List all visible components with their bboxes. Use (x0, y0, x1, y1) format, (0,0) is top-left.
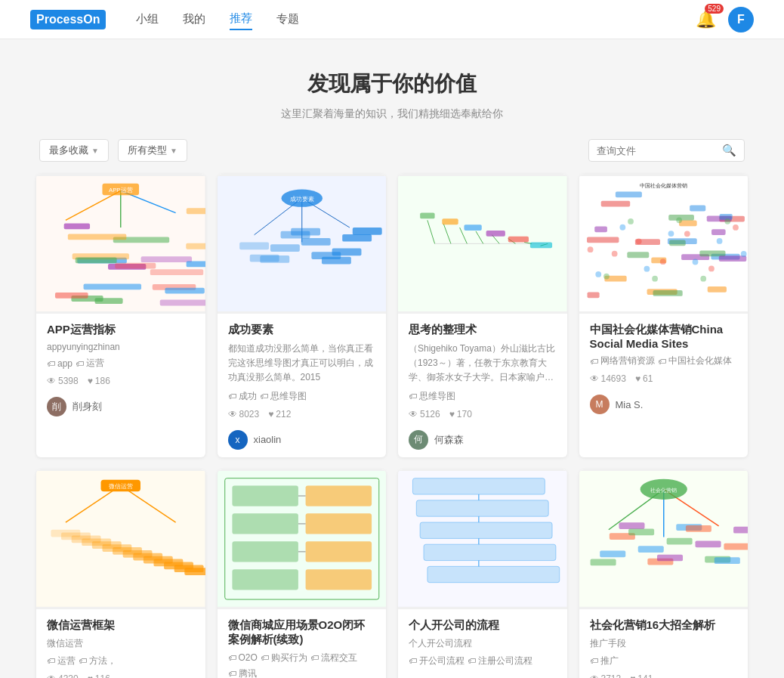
svg-rect-9 (160, 299, 205, 305)
tag-icon: 🏷 (658, 357, 666, 366)
card-author: appyunyingzhinan (47, 342, 195, 352)
nav-item-mine[interactable]: 我的 (183, 9, 205, 29)
svg-rect-134 (305, 541, 371, 562)
svg-point-92 (628, 218, 634, 224)
svg-text:微信运营: 微信运营 (109, 483, 133, 490)
svg-point-95 (652, 275, 658, 281)
card-footer: 削 削身刻 (47, 392, 195, 416)
view-count: 👁 4330 (47, 673, 79, 678)
svg-rect-55 (442, 218, 458, 224)
svg-rect-135 (305, 569, 371, 590)
svg-rect-43 (352, 228, 381, 235)
svg-rect-165 (685, 525, 711, 532)
svg-point-99 (684, 231, 690, 237)
svg-point-87 (587, 246, 593, 252)
svg-rect-64 (627, 252, 649, 258)
card-author: 微信运营 (47, 637, 195, 650)
card-footer: 何 何森森 (409, 426, 557, 450)
card-stats: 👁 5398 ♥ 186 (47, 376, 195, 386)
tag-icon: 🏷 (409, 656, 417, 665)
svg-rect-130 (232, 541, 298, 562)
card-body: 成功要素 都知道成功没那么简单，当你真正看完这张思维导图才真正可以明白，成功真没… (218, 314, 387, 457)
tag-icon: 🏷 (590, 656, 598, 665)
tag-icon: 🏷 (47, 656, 55, 665)
card-title: 微信运营框架 (47, 618, 195, 633)
card-stats: 👁 5126 ♥ 170 (409, 409, 557, 419)
svg-point-102 (708, 265, 715, 271)
type-filter[interactable]: 所有类型 ▼ (118, 139, 187, 162)
sort-filter[interactable]: 最多收藏 ▼ (39, 139, 109, 162)
filter-group: 最多收藏 ▼ 所有类型 ▼ (39, 139, 187, 162)
svg-rect-38 (301, 238, 330, 246)
svg-rect-144 (427, 566, 560, 582)
heart-icon: ♥ (630, 673, 635, 678)
svg-rect-34 (260, 255, 289, 263)
card-tag: 🏷 注册公司流程 (468, 655, 532, 667)
tag-icon: 🏷 (79, 656, 87, 665)
svg-rect-19 (64, 223, 90, 229)
user-avatar[interactable]: F (728, 7, 754, 33)
svg-rect-42 (342, 234, 372, 241)
card-thumbnail: 微信运营 (36, 469, 205, 609)
notification-button[interactable]: 🔔 529 (696, 10, 716, 29)
type-arrow-icon: ▼ (170, 147, 177, 155)
card-author: 个人开公司流程 (409, 637, 557, 650)
card-tag: 🏷 思维导图 (260, 390, 307, 403)
tag-icon: 🏷 (468, 656, 476, 665)
card-stats: 👁 3712 ♥ 141 (590, 673, 738, 678)
card-title: 思考的整理术 (409, 323, 557, 337)
card-tag: 🏷 运营 (76, 357, 104, 370)
card-desc: （Shigehiko Toyama）外山滋比古比（1923～）著，任教于东京教育… (409, 342, 557, 385)
tag-icon: 🏷 (228, 392, 236, 401)
card-7[interactable]: 个人开公司的流程 个人开公司流程 🏷 开公司流程 🏷 注册公司流程 (398, 469, 567, 678)
card-desc: 都知道成功没那么简单，当你真正看完这张思维导图才真正可以明白，成功真没那么简单。… (228, 342, 376, 385)
svg-rect-160 (637, 546, 663, 553)
tag-icon: 🏷 (260, 392, 268, 401)
card-3[interactable]: 思考的整理术 （Shigehiko Toyama）外山滋比古比（1923～）著，… (398, 174, 567, 457)
svg-rect-22 (76, 257, 117, 263)
card-body: 中国社会化媒体营销China Social Media Sites 🏷 网络营销… (579, 314, 749, 422)
hero-section: 发现属于你的价值 这里汇聚着海量的知识，我们精挑细选奉献给你 (0, 39, 784, 139)
card-2[interactable]: 成功要素 成功要素 都知道成功没那么简单，当你真正看完这张思维导图才真正可以明白… (218, 174, 387, 457)
sort-arrow-icon: ▼ (91, 147, 99, 155)
card-thumbnail (218, 469, 387, 609)
nav-item-topic[interactable]: 专题 (276, 9, 299, 29)
eye-icon: 👁 (47, 673, 56, 678)
nav-item-group[interactable]: 小组 (136, 9, 159, 29)
svg-rect-132 (305, 486, 371, 506)
svg-text:社会化营销: 社会化营销 (650, 488, 677, 493)
card-tag: 🏷 购买行为 (261, 652, 307, 664)
card-1[interactable]: APP运营 APP运营指标 appyunyingzhinan 🏷 app 🏷 运… (36, 174, 205, 457)
logo[interactable]: ProcessOn (30, 10, 106, 29)
card-username: 何森森 (434, 433, 464, 447)
card-5[interactable]: 微信运营 微信运营框架 微信运营 🏷 运营 🏷 方法， 👁 4330 ♥ 116… (36, 469, 205, 678)
card-tag: 🏷 腾讯 (228, 667, 257, 678)
sort-label: 最多收藏 (49, 144, 88, 157)
svg-rect-128 (232, 486, 298, 506)
svg-text:中国社会化媒体营销: 中国社会化媒体营销 (640, 182, 687, 188)
card-tag: 🏷 流程交互 (310, 652, 357, 664)
svg-rect-143 (424, 544, 556, 560)
svg-rect-162 (657, 555, 683, 562)
card-tags: 🏷 O2O 🏷 购买行为 🏷 流程交互 🏷 腾讯 (228, 652, 376, 678)
card-4[interactable]: 中国社会化媒体营销 中国社会化媒体营销China Social Media Si… (579, 174, 749, 457)
svg-point-104 (724, 218, 730, 224)
svg-point-91 (619, 224, 625, 230)
card-tag: 🏷 中国社会化媒体 (658, 354, 732, 367)
card-6[interactable]: 微信商城应用场景O2O闭环案例解析(续致) 🏷 O2O 🏷 购买行为 🏷 流程交… (218, 469, 387, 678)
nav-item-recommend[interactable]: 推荐 (230, 8, 252, 30)
view-count: 👁 3712 (590, 673, 622, 678)
card-8[interactable]: 社会化营销 社会化营销16大招全解析 推广手段 🏷 推广 👁 3712 ♥ 14… (579, 469, 749, 678)
card-tags: 🏷 思维导图 (409, 390, 557, 403)
card-body: 个人开公司的流程 个人开公司流程 🏷 开公司流程 🏷 注册公司流程 (398, 609, 567, 678)
svg-rect-131 (232, 569, 298, 590)
svg-rect-23 (187, 261, 205, 267)
search-icon[interactable]: 🔍 (722, 144, 736, 157)
cards-grid: APP运营 APP运营指标 appyunyingzhinan 🏷 app 🏷 运… (0, 174, 784, 678)
toolbar: 最多收藏 ▼ 所有类型 ▼ 🔍 (0, 139, 784, 162)
like-count: ♥ 61 (635, 373, 653, 384)
search-input[interactable] (597, 145, 718, 156)
svg-rect-8 (84, 283, 141, 289)
svg-rect-129 (232, 514, 298, 534)
svg-rect-20 (55, 292, 88, 298)
